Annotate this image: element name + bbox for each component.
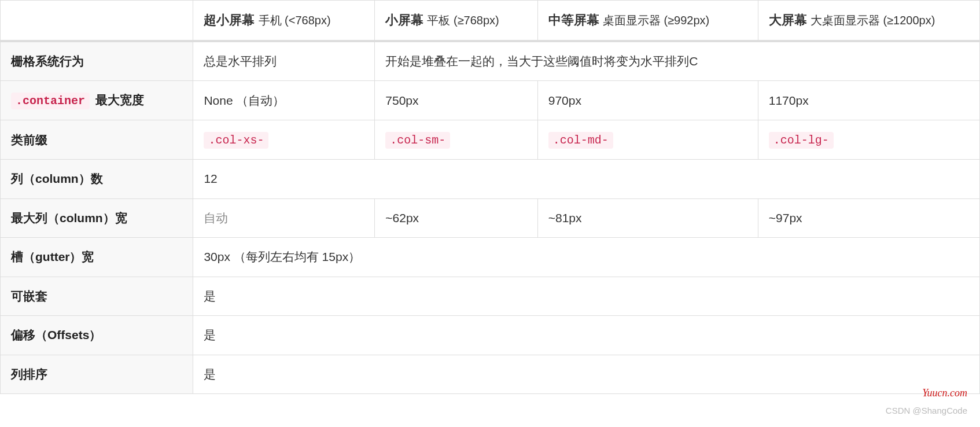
cell-prefix-sm: .col-sm- (375, 120, 537, 160)
header-xs-sub: 手机 (<768px) (259, 14, 331, 27)
row-label-offsets: 偏移（Offsets） (1, 316, 193, 355)
cell-behavior-xs: 总是水平排列 (193, 41, 375, 81)
code-col-sm: .col-sm- (385, 132, 450, 149)
cell-columns: 12 (193, 160, 980, 198)
cell-maxcol-sm: ~62px (375, 198, 537, 237)
cell-container-xs: None （自动） (193, 81, 375, 120)
cell-container-sm: 750px (375, 81, 537, 120)
row-label-container: .container 最大宽度 (1, 81, 193, 120)
grid-options-table: 超小屏幕 手机 (<768px) 小屏幕 平板 (≥768px) 中等屏幕 桌面… (0, 0, 980, 394)
cell-maxcol-lg: ~97px (758, 198, 979, 237)
cell-maxcol-xs: 自动 (193, 198, 375, 237)
header-xs: 超小屏幕 手机 (<768px) (193, 1, 375, 41)
cell-prefix-xs: .col-xs- (193, 120, 375, 160)
header-blank (1, 1, 193, 41)
cell-nestable: 是 (193, 277, 980, 315)
table-row: .container 最大宽度 None （自动） 750px 970px 11… (1, 81, 980, 120)
header-sm-sub: 平板 (≥768px) (427, 14, 499, 27)
row-label-nestable: 可嵌套 (1, 277, 193, 315)
cell-prefix-md: .col-md- (537, 120, 758, 160)
header-sm-main: 小屏幕 (385, 13, 423, 27)
header-lg-main: 大屏幕 (769, 13, 807, 27)
header-lg: 大屏幕 大桌面显示器 (≥1200px) (758, 1, 979, 41)
row-label-gutter: 槽（gutter）宽 (1, 238, 193, 277)
container-code: .container (11, 93, 90, 109)
row-label-prefix: 类前缀 (1, 120, 193, 160)
cell-container-lg: 1170px (758, 81, 979, 120)
cell-gutter: 30px （每列左右均有 15px） (193, 238, 980, 277)
table-row: 列排序 是 (1, 355, 980, 393)
cell-maxcol-md: ~81px (537, 198, 758, 237)
header-lg-sub: 大桌面显示器 (≥1200px) (810, 14, 935, 27)
code-col-md: .col-md- (548, 132, 613, 149)
row-label-ordering: 列排序 (1, 355, 193, 393)
header-md-main: 中等屏幕 (548, 13, 599, 27)
table-row: 类前缀 .col-xs- .col-sm- .col-md- .col-lg- (1, 120, 980, 160)
code-col-xs: .col-xs- (204, 132, 268, 149)
container-label-suffix: 最大宽度 (95, 93, 144, 106)
row-label-maxcol: 最大列（column）宽 (1, 198, 193, 237)
code-col-lg: .col-lg- (769, 132, 834, 149)
cell-container-md: 970px (537, 81, 758, 120)
row-label-behavior: 栅格系统行为 (1, 41, 193, 81)
table-row: 列（column）数 12 (1, 160, 980, 198)
header-md-sub: 桌面显示器 (≥992px) (603, 14, 709, 27)
row-label-columns: 列（column）数 (1, 160, 193, 198)
header-sm: 小屏幕 平板 (≥768px) (375, 1, 537, 41)
cell-offsets: 是 (193, 316, 980, 355)
cell-behavior-rest: 开始是堆叠在一起的，当大于这些阈值时将变为水平排列C (375, 41, 980, 81)
table-row: 可嵌套 是 (1, 277, 980, 315)
cell-ordering: 是 (193, 355, 980, 393)
table-row: 槽（gutter）宽 30px （每列左右均有 15px） (1, 238, 980, 277)
table-row: 最大列（column）宽 自动 ~62px ~81px ~97px (1, 198, 980, 237)
table-row: 偏移（Offsets） 是 (1, 316, 980, 355)
cell-prefix-lg: .col-lg- (758, 120, 979, 160)
header-md: 中等屏幕 桌面显示器 (≥992px) (537, 1, 758, 41)
table-row: 栅格系统行为 总是水平排列 开始是堆叠在一起的，当大于这些阈值时将变为水平排列C (1, 41, 980, 81)
table-header-row: 超小屏幕 手机 (<768px) 小屏幕 平板 (≥768px) 中等屏幕 桌面… (1, 1, 980, 41)
header-xs-main: 超小屏幕 (204, 13, 255, 27)
